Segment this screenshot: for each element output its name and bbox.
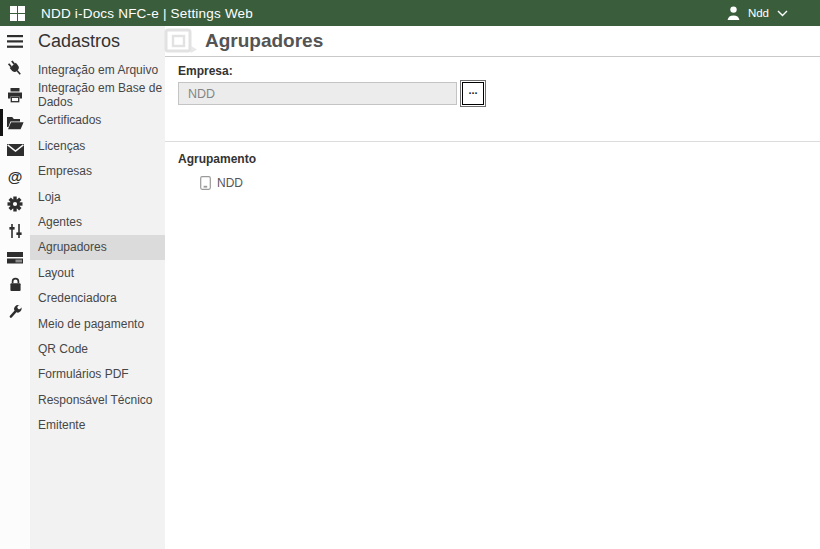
chevron-down-icon: [777, 10, 788, 17]
rail-item-servicos[interactable]: [0, 244, 30, 271]
icon-rail: @: [0, 26, 30, 549]
agrupadores-page-icon: [163, 25, 201, 58]
hamburger-icon: [7, 35, 23, 48]
tree-node-label: NDD: [217, 176, 243, 190]
user-icon: [727, 6, 740, 20]
lock-icon: [9, 277, 22, 292]
agrupamento-label: Agrupamento: [178, 152, 820, 166]
rail-item-integracao-arquivo[interactable]: [0, 55, 30, 82]
app-root: NDD i-Docs NFC-e | Settings Web Ndd: [0, 0, 820, 549]
user-label: Ndd: [748, 7, 769, 19]
sidebar-item-agrupadores[interactable]: Agrupadores: [30, 235, 165, 260]
menu-title: Cadastros: [30, 26, 165, 57]
sidebar-item-empresas[interactable]: Empresas: [30, 159, 165, 184]
sidebar-item-loja[interactable]: Loja: [30, 184, 165, 209]
gear-icon: [7, 196, 23, 212]
sidebar-item-meio-de-pagamento[interactable]: Meio de pagamento: [30, 311, 165, 336]
app-title: NDD i-Docs NFC-e | Settings Web: [41, 6, 253, 21]
rail-item-menu-toggle[interactable]: [0, 28, 30, 55]
form-area: Empresa: ... Agrupamento NDD: [165, 57, 820, 190]
envelope-icon: [7, 144, 24, 156]
page-title: Agrupadores: [205, 30, 323, 52]
rail-item-seguranca[interactable]: [0, 271, 30, 298]
main-content: Agrupadores Empresa: ... Agrupamento NDD: [165, 26, 820, 549]
empresa-input[interactable]: [178, 82, 457, 105]
tree-node-icon: [200, 176, 211, 190]
agrupamento-tree-node[interactable]: NDD: [200, 176, 820, 190]
shell: @: [0, 26, 820, 549]
user-menu[interactable]: Ndd: [727, 6, 810, 20]
sidebar-item-formularios-pdf[interactable]: Formulários PDF: [30, 362, 165, 387]
empresa-row: ...: [178, 82, 820, 105]
section-divider: [165, 141, 820, 142]
sidebar-item-emitente[interactable]: Emitente: [30, 412, 165, 437]
at-sign-icon: @: [8, 169, 23, 184]
rail-item-contato[interactable]: @: [0, 163, 30, 190]
empresa-browse-button[interactable]: ...: [462, 82, 484, 105]
folder-open-icon: [6, 116, 24, 130]
sliders-icon: [8, 223, 23, 239]
sidebar-item-layout[interactable]: Layout: [30, 260, 165, 285]
sidebar-item-certificados[interactable]: Certificados: [30, 108, 165, 133]
sidebar-item-credenciadora[interactable]: Credenciadora: [30, 286, 165, 311]
sidebar-item-responsavel-tecnico[interactable]: Responsável Técnico: [30, 387, 165, 412]
rail-item-configuracoes[interactable]: [0, 190, 30, 217]
apps-grid-icon[interactable]: [10, 6, 25, 21]
empresa-label: Empresa:: [178, 64, 820, 78]
rail-item-ferramentas[interactable]: [0, 298, 30, 325]
rail-item-cadastros[interactable]: [0, 109, 30, 136]
sidebar-item-agentes[interactable]: Agentes: [30, 209, 165, 234]
server-list-icon: [7, 252, 23, 264]
rail-item-impressao[interactable]: [0, 82, 30, 109]
sidebar-item-licencas[interactable]: Licenças: [30, 133, 165, 158]
sidebar-menu: Cadastros Integração em Arquivo Integraç…: [30, 26, 165, 549]
sidebar-item-integracao-em-base-de-dados[interactable]: Integração em Base de Dados: [30, 82, 165, 107]
topbar: NDD i-Docs NFC-e | Settings Web Ndd: [0, 0, 820, 26]
printer-icon: [7, 88, 23, 103]
plug-icon: [7, 60, 24, 77]
rail-item-parametros[interactable]: [0, 217, 30, 244]
sidebar-item-integracao-em-arquivo[interactable]: Integração em Arquivo: [30, 57, 165, 82]
rail-item-email[interactable]: [0, 136, 30, 163]
page-header: Agrupadores: [165, 26, 820, 57]
wrench-icon: [7, 304, 23, 320]
sidebar-item-qr-code[interactable]: QR Code: [30, 336, 165, 361]
